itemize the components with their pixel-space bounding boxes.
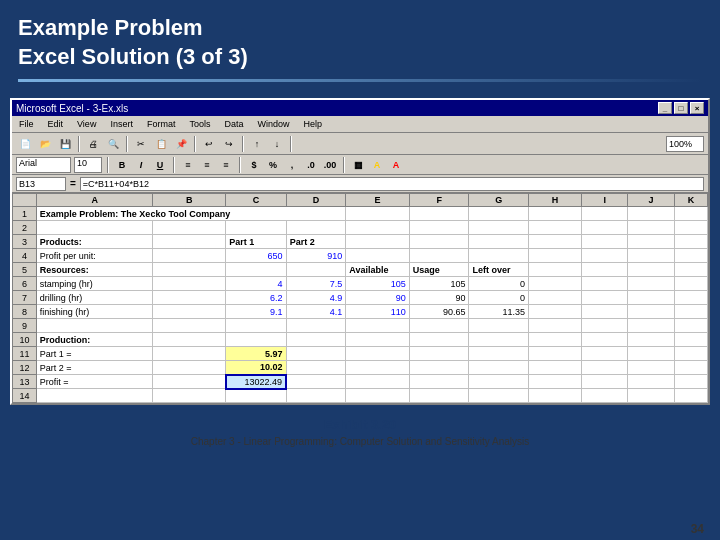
col-header-h[interactable]: H bbox=[529, 194, 582, 207]
cell-j8[interactable] bbox=[628, 305, 674, 319]
align-center-button[interactable]: ≡ bbox=[199, 157, 215, 173]
col-header-i[interactable]: I bbox=[582, 194, 628, 207]
cell-h10[interactable] bbox=[529, 333, 582, 347]
cell-a1[interactable]: Example Problem: The Xecko Tool Company bbox=[36, 207, 345, 221]
menu-edit[interactable]: Edit bbox=[45, 118, 67, 130]
cell-j11[interactable] bbox=[628, 347, 674, 361]
cell-b8[interactable] bbox=[153, 305, 226, 319]
new-button[interactable]: 📄 bbox=[16, 135, 34, 153]
cell-f14[interactable] bbox=[409, 389, 469, 403]
cell-e6[interactable]: 105 bbox=[346, 277, 410, 291]
cell-k14[interactable] bbox=[674, 389, 707, 403]
col-header-g[interactable]: G bbox=[469, 194, 529, 207]
cell-i13[interactable] bbox=[582, 375, 628, 389]
open-button[interactable]: 📂 bbox=[36, 135, 54, 153]
cell-j1[interactable] bbox=[628, 207, 674, 221]
menu-format[interactable]: Format bbox=[144, 118, 179, 130]
col-header-a[interactable]: A bbox=[36, 194, 153, 207]
spreadsheet-grid[interactable]: A B C D E F G H I J K 1 Example Problem bbox=[12, 193, 708, 403]
cell-e9[interactable] bbox=[346, 319, 410, 333]
comma-button[interactable]: , bbox=[284, 157, 300, 173]
cell-b13[interactable] bbox=[153, 375, 226, 389]
cell-e8[interactable]: 110 bbox=[346, 305, 410, 319]
cell-j14[interactable] bbox=[628, 389, 674, 403]
cell-k13[interactable] bbox=[674, 375, 707, 389]
cell-i1[interactable] bbox=[582, 207, 628, 221]
cell-c10[interactable] bbox=[226, 333, 286, 347]
cell-c13[interactable]: 13022.49 bbox=[226, 375, 286, 389]
menu-tools[interactable]: Tools bbox=[186, 118, 213, 130]
cell-j10[interactable] bbox=[628, 333, 674, 347]
cell-i4[interactable] bbox=[582, 249, 628, 263]
cell-c3[interactable]: Part 1 bbox=[226, 235, 286, 249]
cell-i9[interactable] bbox=[582, 319, 628, 333]
cell-c12[interactable]: 10.02 bbox=[226, 361, 286, 375]
cell-a11[interactable]: Part 1 = bbox=[36, 347, 153, 361]
cell-i14[interactable] bbox=[582, 389, 628, 403]
menu-file[interactable]: File bbox=[16, 118, 37, 130]
cell-e13[interactable] bbox=[346, 375, 410, 389]
cell-f11[interactable] bbox=[409, 347, 469, 361]
cell-j7[interactable] bbox=[628, 291, 674, 305]
cell-e2[interactable] bbox=[346, 221, 410, 235]
cell-d7[interactable]: 4.9 bbox=[286, 291, 346, 305]
cell-g1[interactable] bbox=[469, 207, 529, 221]
col-header-d[interactable]: D bbox=[286, 194, 346, 207]
cell-f3[interactable] bbox=[409, 235, 469, 249]
cell-b7[interactable] bbox=[153, 291, 226, 305]
cell-b4[interactable] bbox=[153, 249, 226, 263]
cell-k11[interactable] bbox=[674, 347, 707, 361]
cell-a14[interactable] bbox=[36, 389, 153, 403]
cell-g9[interactable] bbox=[469, 319, 529, 333]
cell-b9[interactable] bbox=[153, 319, 226, 333]
cell-b5[interactable] bbox=[153, 263, 226, 277]
cell-reference-box[interactable]: B13 bbox=[16, 177, 66, 191]
align-right-button[interactable]: ≡ bbox=[218, 157, 234, 173]
cell-c7[interactable]: 6.2 bbox=[226, 291, 286, 305]
menu-insert[interactable]: Insert bbox=[107, 118, 136, 130]
cell-e11[interactable] bbox=[346, 347, 410, 361]
cell-e7[interactable]: 90 bbox=[346, 291, 410, 305]
cell-g12[interactable] bbox=[469, 361, 529, 375]
col-header-e[interactable]: E bbox=[346, 194, 410, 207]
cell-a8[interactable]: finishing (hr) bbox=[36, 305, 153, 319]
cell-a10[interactable]: Production: bbox=[36, 333, 153, 347]
save-button[interactable]: 💾 bbox=[56, 135, 74, 153]
cell-f4[interactable] bbox=[409, 249, 469, 263]
cell-i3[interactable] bbox=[582, 235, 628, 249]
cell-c4[interactable]: 650 bbox=[226, 249, 286, 263]
zoom-box[interactable]: 100% bbox=[666, 136, 704, 152]
cell-k8[interactable] bbox=[674, 305, 707, 319]
cell-i7[interactable] bbox=[582, 291, 628, 305]
cell-d4[interactable]: 910 bbox=[286, 249, 346, 263]
font-size-selector[interactable]: 10 bbox=[74, 157, 102, 173]
cell-d6[interactable]: 7.5 bbox=[286, 277, 346, 291]
cell-g5[interactable]: Left over bbox=[469, 263, 529, 277]
cell-k9[interactable] bbox=[674, 319, 707, 333]
menu-window[interactable]: Window bbox=[254, 118, 292, 130]
cell-d10[interactable] bbox=[286, 333, 346, 347]
cell-j4[interactable] bbox=[628, 249, 674, 263]
cell-a2[interactable] bbox=[36, 221, 153, 235]
cell-d14[interactable] bbox=[286, 389, 346, 403]
cell-f8[interactable]: 90.65 bbox=[409, 305, 469, 319]
menu-help[interactable]: Help bbox=[300, 118, 325, 130]
cell-h6[interactable] bbox=[529, 277, 582, 291]
cell-e14[interactable] bbox=[346, 389, 410, 403]
cell-e1[interactable] bbox=[346, 207, 410, 221]
font-selector[interactable]: Arial bbox=[16, 157, 71, 173]
cell-i10[interactable] bbox=[582, 333, 628, 347]
cell-h9[interactable] bbox=[529, 319, 582, 333]
print-button[interactable]: 🖨 bbox=[84, 135, 102, 153]
menu-data[interactable]: Data bbox=[221, 118, 246, 130]
cell-f12[interactable] bbox=[409, 361, 469, 375]
cell-h2[interactable] bbox=[529, 221, 582, 235]
cell-e4[interactable] bbox=[346, 249, 410, 263]
cell-j9[interactable] bbox=[628, 319, 674, 333]
cell-j12[interactable] bbox=[628, 361, 674, 375]
cell-j2[interactable] bbox=[628, 221, 674, 235]
cell-g13[interactable] bbox=[469, 375, 529, 389]
cell-d9[interactable] bbox=[286, 319, 346, 333]
redo-button[interactable]: ↪ bbox=[220, 135, 238, 153]
cell-d2[interactable] bbox=[286, 221, 346, 235]
